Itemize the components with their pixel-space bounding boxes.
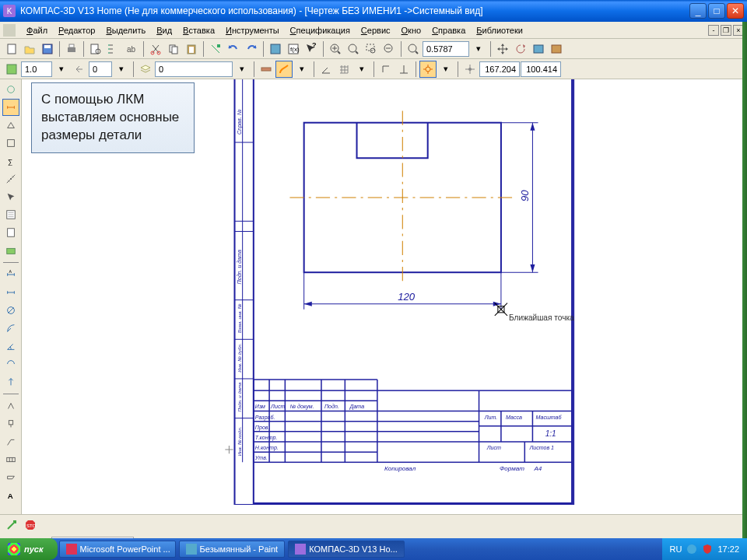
svg-text:Взам. инв. №: Взам. инв. № [237,303,242,333]
tray-icon[interactable] [686,544,697,555]
leader-button[interactable] [2,433,19,450]
save-button[interactable] [39,40,56,58]
snap-drop[interactable]: ▾ [437,61,454,78]
taper-button[interactable] [2,469,19,486]
minimize-button[interactable]: _ [689,3,707,19]
param-drop[interactable]: ▾ [293,61,310,78]
measure-panel-button[interactable] [2,170,19,187]
ortho-button[interactable] [377,61,395,78]
layer-input[interactable] [155,61,233,77]
layers-button[interactable] [137,61,154,78]
symbols-panel-button[interactable] [2,117,19,134]
new-button[interactable] [3,40,20,58]
geometry-panel-button[interactable] [2,81,19,98]
undo-button[interactable] [225,40,242,58]
zoom-in-button[interactable] [327,40,344,58]
menu-tools[interactable]: Инструменты [221,24,284,37]
param-button[interactable] [275,61,293,78]
grid-button[interactable] [335,61,352,78]
start-button[interactable]: пуск [0,538,58,560]
menu-view[interactable]: Вид [152,24,177,37]
coord-x-input[interactable] [479,61,520,77]
cursor-step-button[interactable] [461,61,479,78]
style-drop[interactable]: ▾ [113,61,130,78]
menu-service[interactable]: Сервис [356,24,395,37]
arc-dim-button[interactable] [2,355,19,373]
print-button[interactable] [63,40,80,58]
diameter-dim-button[interactable] [2,302,19,319]
menu-editor[interactable]: Редактор [54,24,100,37]
dimensions-panel-button[interactable] [2,99,19,116]
edit-panel-button[interactable] [2,135,19,152]
spec-panel-button[interactable] [2,206,19,223]
height-dim-button[interactable] [2,373,19,390]
stop-icon[interactable]: STOP [23,518,37,532]
mdi-minimize[interactable]: - [708,25,719,36]
reports-panel-button[interactable] [2,224,19,241]
angle-snap-button[interactable] [317,61,335,78]
variables-button[interactable]: ab [123,40,140,58]
apply-icon[interactable] [5,518,19,532]
perp-button[interactable] [395,61,412,78]
menu-insert[interactable]: Вставка [178,24,219,37]
rotate-button[interactable] [512,40,529,58]
coord-y-input[interactable] [521,61,561,77]
menu-help[interactable]: Справка [427,24,470,37]
vars-button[interactable]: f(x) [285,40,302,58]
cut-button[interactable] [147,40,164,58]
radial-dim-button[interactable] [2,320,19,337]
view-nav-button[interactable] [71,61,88,78]
pan-button[interactable] [494,40,511,58]
redraw-button[interactable] [530,40,547,58]
grid-drop[interactable]: ▾ [353,61,370,78]
menu-file[interactable]: Файл [22,24,52,37]
zoom-scale-button[interactable] [405,40,422,58]
angle-dim-button[interactable] [2,338,19,355]
open-button[interactable] [21,40,38,58]
paste-button[interactable] [183,40,200,58]
menu-select[interactable]: Выделить [101,24,150,37]
insert-panel-button[interactable] [2,242,19,259]
menu-window[interactable]: Окно [397,24,426,37]
text-button[interactable]: A [2,487,19,504]
rebuild-button[interactable] [548,40,565,58]
snap-button[interactable] [419,61,437,78]
linear-dim-button[interactable] [2,284,19,301]
task-paint[interactable]: Безымянный - Paint [179,541,286,558]
layer-drop[interactable]: ▾ [233,61,251,78]
roughness-button[interactable] [2,397,19,415]
style-input[interactable] [89,61,112,77]
base-button[interactable] [2,415,19,432]
zoom-prev-button[interactable] [381,40,398,58]
param-panel-button[interactable]: ∑ [2,152,19,170]
zoom-sel-button[interactable] [363,40,380,58]
copy-button[interactable] [165,40,182,58]
menu-spec[interactable]: Спецификация [286,24,355,37]
system-tray[interactable]: RU 17:22 [662,538,747,560]
tree-button[interactable] [105,40,122,58]
scale-input[interactable] [21,61,52,77]
scale-drop[interactable]: ▾ [53,61,70,78]
task-powerpoint[interactable]: Microsoft PowerPoint ... [59,541,176,558]
menu-lib[interactable]: Библиотеки [472,24,528,37]
clock[interactable]: 17:22 [717,544,739,554]
deform-button[interactable] [258,61,275,78]
help-button[interactable]: ? [303,40,320,58]
maximize-button[interactable]: □ [708,3,725,19]
auto-dim-button[interactable]: A [2,266,19,283]
tolerance-button[interactable] [2,451,19,468]
current-state-button[interactable] [3,61,20,78]
manager-button[interactable] [267,40,284,58]
preview-button[interactable] [87,40,104,58]
zoom-fit-button[interactable] [345,40,362,58]
zoom-drop[interactable]: ▾ [470,40,487,58]
zoom-input[interactable] [423,41,469,57]
mdi-restore[interactable]: ❐ [721,25,731,36]
tray-shield-icon[interactable] [702,544,713,555]
select-panel-button[interactable] [2,188,19,205]
close-button[interactable]: ✕ [727,3,744,19]
redo-button[interactable] [243,40,260,58]
lang-indicator[interactable]: RU [670,544,682,554]
task-kompas[interactable]: КОМПАС-3D V13 Ho... [288,541,405,558]
properties-button[interactable] [207,40,224,58]
